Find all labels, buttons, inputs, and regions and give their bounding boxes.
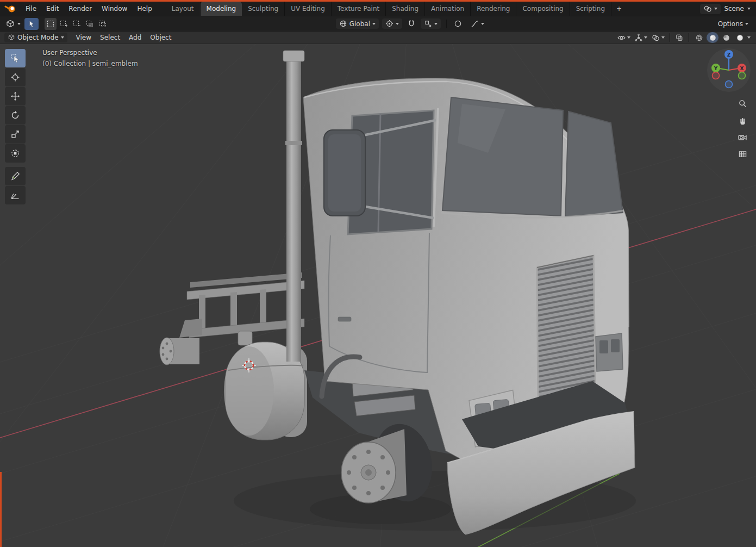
menu-view[interactable]: View	[72, 32, 96, 43]
menu-render[interactable]: Render	[64, 2, 97, 16]
gizmo-x-label: X	[740, 66, 744, 71]
viewport-menus: View Select Add Object	[72, 32, 176, 43]
menu-help[interactable]: Help	[132, 2, 157, 16]
select-subtract-icon[interactable]	[71, 18, 83, 30]
object-visibility-dropdown[interactable]	[616, 33, 632, 42]
active-object-breadcrumb: (0) Collection | semi_emblem	[42, 60, 138, 67]
tab-texture-paint[interactable]: Texture Paint	[332, 2, 386, 16]
tool-transform[interactable]	[5, 144, 26, 163]
toggle-ortho-button[interactable]	[735, 147, 749, 161]
options-dropdown[interactable]: Options	[715, 18, 752, 29]
tool-scale[interactable]	[5, 125, 26, 144]
transform-orientation-dropdown[interactable]: Global	[336, 18, 379, 29]
pivot-point-dropdown[interactable]	[382, 18, 402, 29]
shading-wireframe-icon[interactable]	[693, 32, 705, 43]
tool-annotate[interactable]	[5, 167, 26, 185]
tab-layout[interactable]: Layout	[166, 2, 201, 16]
overlays-dropdown[interactable]	[650, 33, 666, 42]
menu-object[interactable]: Object	[146, 32, 176, 43]
gizmo-z-negative-ball[interactable]	[726, 81, 733, 88]
object-mode-icon	[8, 34, 15, 41]
scene-canvas	[0, 44, 756, 547]
snap-target-dropdown[interactable]	[421, 18, 441, 29]
editor-type-selector[interactable]	[4, 18, 22, 29]
truck-model[interactable]	[160, 51, 635, 534]
tab-shading[interactable]: Shading	[386, 2, 425, 16]
chevron-down-icon	[434, 23, 438, 25]
menu-select[interactable]: Select	[96, 32, 124, 43]
mode-dropdown[interactable]: Object Mode	[4, 33, 67, 42]
tool-settings-center: Global	[336, 18, 488, 30]
separator	[446, 20, 447, 28]
menu-edit[interactable]: Edit	[41, 2, 64, 16]
menu-file[interactable]: File	[21, 2, 41, 16]
shading-material-icon[interactable]	[720, 32, 732, 43]
shading-rendered-icon[interactable]	[734, 32, 746, 43]
xray-toggle[interactable]	[674, 33, 685, 42]
tab-compositing[interactable]: Compositing	[516, 2, 570, 16]
blender-window: File Edit Render Window Help Layout Mode…	[0, 0, 756, 547]
tool-settings-left	[4, 18, 109, 30]
tool-cursor[interactable]	[5, 68, 26, 86]
separator	[670, 33, 670, 42]
workspace-tabs: Layout Modeling Sculpting UV Editing Tex…	[166, 2, 627, 16]
orientation-globe-icon	[339, 20, 347, 28]
falloff-curve-icon	[471, 20, 479, 28]
chevron-down-icon	[714, 8, 717, 10]
viewport-3d[interactable]: User Perspective (0) Collection | semi_e…	[0, 44, 756, 547]
gizmo-icon	[634, 34, 643, 42]
snap-toggle-magnet-icon[interactable]	[405, 18, 417, 30]
gizmo-y-negative-ball[interactable]	[739, 72, 746, 79]
tool-select-box[interactable]	[5, 49, 26, 67]
camera-view-button[interactable]	[735, 130, 749, 144]
tab-animation[interactable]: Animation	[425, 2, 471, 16]
tool-rotate[interactable]	[5, 106, 26, 125]
gizmo-x-negative-ball[interactable]	[713, 72, 720, 79]
tab-modeling[interactable]: Modeling	[201, 2, 242, 16]
tool-move[interactable]	[5, 87, 26, 105]
tab-uv-editing[interactable]: UV Editing	[285, 2, 332, 16]
select-mode-buttons	[45, 18, 109, 30]
gizmos-dropdown[interactable]	[633, 33, 648, 42]
tab-rendering[interactable]: Rendering	[471, 2, 516, 16]
scene-name[interactable]: Scene	[724, 5, 744, 13]
pivot-point-icon	[385, 20, 393, 28]
blender-menu-button[interactable]	[0, 2, 21, 16]
select-extend-icon[interactable]	[58, 18, 70, 30]
select-new-icon[interactable]	[45, 18, 57, 30]
hand-icon	[738, 115, 747, 125]
zoom-button[interactable]	[735, 96, 749, 110]
viewport-nav-buttons	[735, 96, 749, 161]
viewport-header-right	[616, 32, 752, 43]
rear-axle	[160, 338, 199, 365]
select-invert-icon[interactable]	[84, 18, 96, 30]
scene-icon	[703, 5, 712, 13]
tab-sculpting[interactable]: Sculpting	[242, 2, 285, 16]
select-intersect-icon[interactable]	[97, 18, 109, 30]
view-perspective-label: User Perspective	[42, 49, 97, 57]
add-workspace-button[interactable]: +	[611, 2, 627, 16]
exhaust-stack	[283, 51, 304, 362]
proportional-editing-icon[interactable]	[452, 18, 464, 30]
chevron-down-icon[interactable]	[747, 36, 751, 39]
tab-scripting[interactable]: Scripting	[570, 2, 611, 16]
tweak-select-icon	[27, 20, 36, 28]
magnifier-icon	[738, 99, 747, 108]
pan-button[interactable]	[735, 113, 749, 127]
chevron-down-icon	[372, 23, 376, 25]
proportional-falloff-dropdown[interactable]	[467, 18, 488, 29]
menu-window[interactable]: Window	[97, 2, 132, 16]
tool-measure[interactable]	[5, 186, 26, 204]
menu-add[interactable]: Add	[124, 32, 146, 43]
shading-solid-icon[interactable]	[707, 32, 718, 43]
chevron-down-icon[interactable]	[747, 8, 751, 10]
navigation-gizmo[interactable]: Z Y X	[706, 46, 752, 94]
mode-label: Object Mode	[17, 34, 59, 41]
active-tool-indicator[interactable]	[24, 18, 39, 30]
xray-icon	[675, 34, 684, 42]
scene-datablock-selector[interactable]	[700, 4, 721, 14]
separator	[689, 33, 689, 42]
chassis-frame	[179, 272, 304, 338]
options-label: Options	[718, 20, 743, 28]
blender-logo-icon	[4, 4, 16, 13]
